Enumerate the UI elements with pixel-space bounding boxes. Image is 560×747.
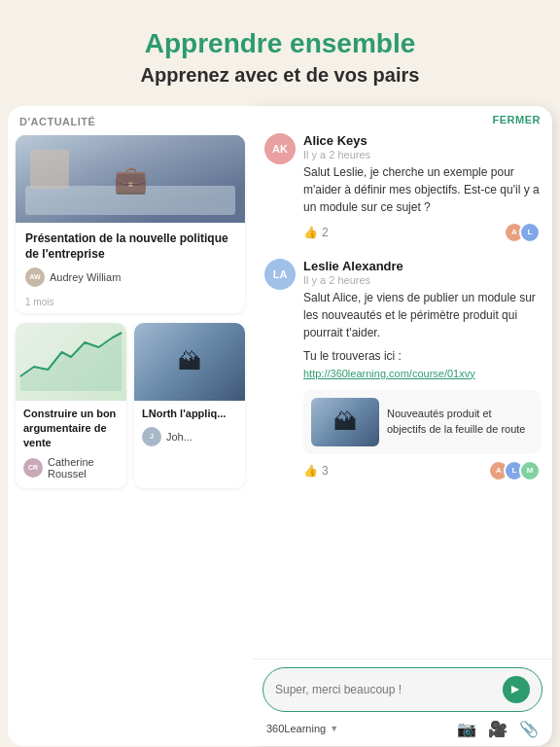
leslie-name: Leslie Alexandre (303, 259, 541, 273)
alice-header: Alice Keys Il y a 2 heures (303, 133, 541, 160)
leslie-text-2: Tu le trouveras ici : http://360learning… (303, 347, 541, 382)
card-2-image (16, 323, 126, 401)
preview-image (311, 398, 379, 446)
alice-content: Alice Keys Il y a 2 heures Salut Leslie,… (303, 133, 541, 243)
chat-toolbar: 360Learning ▼ 📷 🎥 📎 (262, 720, 542, 738)
card-1-image (16, 135, 245, 223)
chat-input[interactable] (275, 683, 503, 696)
chat-messages: AK Alice Keys Il y a 2 heures Salut Lesl… (253, 129, 552, 658)
alice-name: Alice Keys (303, 133, 541, 148)
message-alice: AK Alice Keys Il y a 2 heures Salut Lesl… (264, 133, 541, 243)
card-1-date: 1 mois (16, 297, 245, 313)
chat-input-row: ▲ (262, 667, 542, 712)
chat-header: FERMER (253, 106, 552, 129)
header: Apprendre ensemble Apprenez avec et de v… (0, 0, 560, 106)
leslie-reaction-avatars: A L M (494, 460, 541, 481)
news-cards-row: Construire un bon argumentaire de vente … (8, 323, 253, 488)
thumbs-up-icon-2: 👍 (303, 464, 318, 478)
leslie-text-2-content: Tu le trouveras ici : (303, 349, 402, 363)
leslie-header: Leslie Alexandre Il y a 2 heures (303, 259, 541, 286)
reaction-avatar-5: M (519, 460, 541, 481)
card-3-title: LNorth l'appliq... (142, 407, 237, 421)
news-card-3[interactable]: LNorth l'appliq... J Joh... (134, 323, 245, 488)
sender-name: 360Learning (266, 723, 326, 734)
card-1-author-avatar: AW (25, 267, 45, 287)
chat-input-area: ▲ 360Learning ▼ 📷 🎥 📎 (253, 658, 552, 746)
message-leslie: LA Leslie Alexandre Il y a 2 heures Salu… (264, 259, 541, 481)
card-1-author-row: AW Audrey William (25, 267, 235, 287)
sender-selector[interactable]: 360Learning ▼ (266, 723, 338, 734)
alice-like[interactable]: 👍 2 (303, 226, 329, 239)
camera-icon[interactable]: 📷 (457, 720, 476, 738)
card-1-title: Présentation de la nouvelle politique de… (25, 231, 235, 262)
card-3-author-avatar: J (142, 427, 161, 446)
card-2-title: Construire un bon argumentaire de vente (23, 407, 119, 450)
card-1-author-name: Audrey William (50, 271, 121, 283)
card-2-author-avatar: CR (23, 458, 43, 478)
left-panel: D'ACTUALITÉ Présentation de la nouvelle … (8, 106, 253, 746)
close-button[interactable]: FERMER (493, 114, 541, 125)
card-2-author-row: CR Catherine Roussel (23, 456, 119, 480)
news-card-2[interactable]: Construire un bon argumentaire de vente … (16, 323, 126, 488)
toolbar-icons: 📷 🎥 📎 (457, 720, 539, 738)
card-2-author-name: Catherine Roussel (48, 456, 119, 480)
leslie-like[interactable]: 👍 3 (303, 464, 329, 478)
card-1-body: Présentation de la nouvelle politique de… (16, 223, 245, 297)
alice-like-count: 2 (322, 226, 329, 239)
card-2-body: Construire un bon argumentaire de vente … (16, 401, 126, 488)
card-3-author-name: Joh... (166, 431, 192, 443)
preview-text: Nouveautés produit et objectifs de la fe… (387, 407, 533, 437)
attach-icon[interactable]: 📎 (519, 720, 539, 738)
send-icon: ▲ (508, 683, 524, 696)
alice-reaction-avatars: A L (509, 222, 541, 243)
alice-time: Il y a 2 heures (303, 149, 541, 160)
leslie-avatar: LA (264, 259, 296, 290)
video-icon[interactable]: 🎥 (488, 720, 508, 738)
news-card-1[interactable]: Présentation de la nouvelle politique de… (16, 135, 245, 313)
send-button[interactable]: ▲ (503, 676, 530, 703)
thumbs-up-icon: 👍 (303, 226, 318, 239)
alice-avatar: AK (264, 133, 296, 164)
section-label: D'ACTUALITÉ (8, 106, 253, 135)
card-3-author-row: J Joh... (142, 427, 237, 446)
card-3-image (134, 323, 245, 401)
card-3-body: LNorth l'appliq... J Joh... (134, 401, 245, 455)
reaction-avatar-2: L (519, 222, 541, 243)
link-preview: Nouveautés produit et objectifs de la fe… (303, 390, 541, 454)
sender-chevron-icon: ▼ (330, 724, 338, 733)
leslie-like-count: 3 (322, 464, 329, 478)
header-title: Apprendre ensemble (19, 27, 541, 60)
leslie-text-1: Salut Alice, je viens de publier un modu… (303, 289, 541, 341)
leslie-time: Il y a 2 heures (303, 274, 541, 286)
leslie-content: Leslie Alexandre Il y a 2 heures Salut A… (303, 259, 541, 481)
leslie-link[interactable]: http://360learning.com/course/01xvy (303, 368, 475, 379)
leslie-reactions: 👍 3 A L M (303, 460, 541, 481)
alice-text: Salut Leslie, je cherche un exemple pour… (303, 163, 541, 216)
alice-reactions: 👍 2 A L (303, 222, 541, 243)
chat-panel: FERMER AK Alice Keys Il y a 2 heures Sal… (253, 106, 552, 746)
header-subtitle: Apprenez avec et de vos pairs (19, 64, 541, 87)
main-container: D'ACTUALITÉ Présentation de la nouvelle … (0, 106, 560, 746)
